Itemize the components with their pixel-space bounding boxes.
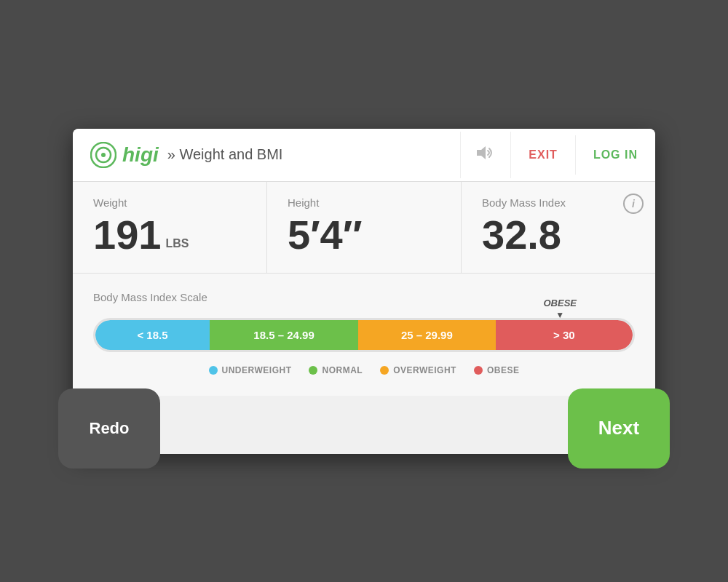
bmi-segment-overweight: 25 – 29.99 [358,320,495,350]
bmi-segment-underweight: < 18.5 [95,320,210,350]
svg-point-2 [101,153,106,157]
height-value: 5′4″ [288,215,440,255]
bmi-value: 32.8 [482,215,635,255]
logo-area: higi » Weight and BMI [73,129,460,181]
weight-value: 191 LBS [93,215,246,255]
svg-marker-3 [477,146,486,159]
stats-row: Weight 191 LBS Height 5′4″ Body Mass Ind… [73,182,655,274]
legend-normal: NORMAL [309,365,363,375]
legend-obese: OBESE [474,365,520,375]
bmi-segment-obese: > 30 [496,320,633,350]
legend-dot-obese [474,366,483,375]
bmi-section: Body Mass Index Scale OBESE < 18.5 18.5 … [73,274,655,396]
main-card: higi » Weight and BMI EXIT LOG IN Weight… [73,129,655,454]
height-stat: Height 5′4″ [267,182,462,273]
higi-logo-icon [90,142,116,168]
login-button[interactable]: LOG IN [576,135,655,175]
sound-button[interactable] [460,132,511,178]
legend-overweight: OVERWEIGHT [380,365,456,375]
weight-label: Weight [93,196,246,209]
bmi-segment-normal: 18.5 – 24.99 [210,320,358,350]
obese-indicator-label: OBESE [543,298,577,320]
legend-dot-normal [309,366,317,375]
exit-button[interactable]: EXIT [511,135,576,175]
footer: Redo Next [73,396,655,454]
bmi-label: Body Mass Index [482,196,635,209]
bmi-stat: Body Mass Index 32.8 i [462,182,655,273]
bmi-legend: UNDERWEIGHT NORMAL OVERWEIGHT OBESE [93,365,635,375]
bmi-indicator-wrapper: OBESE < 18.5 18.5 – 24.99 25 – 29.99 > 3… [93,318,635,352]
height-label: Height [288,196,440,209]
legend-dot-underweight [209,366,218,375]
weight-stat: Weight 191 LBS [73,182,267,273]
next-button[interactable]: Next [568,388,670,469]
header-subtitle: » Weight and BMI [167,146,283,163]
redo-button[interactable]: Redo [58,388,160,469]
legend-underweight: UNDERWEIGHT [209,365,292,375]
sound-icon [475,145,496,161]
higi-logo-text: higi [122,143,159,167]
header: higi » Weight and BMI EXIT LOG IN [73,129,655,182]
legend-dot-overweight [380,366,389,375]
info-icon-button[interactable]: i [623,194,644,214]
bmi-scale-bar: < 18.5 18.5 – 24.99 25 – 29.99 > 30 [93,318,635,352]
